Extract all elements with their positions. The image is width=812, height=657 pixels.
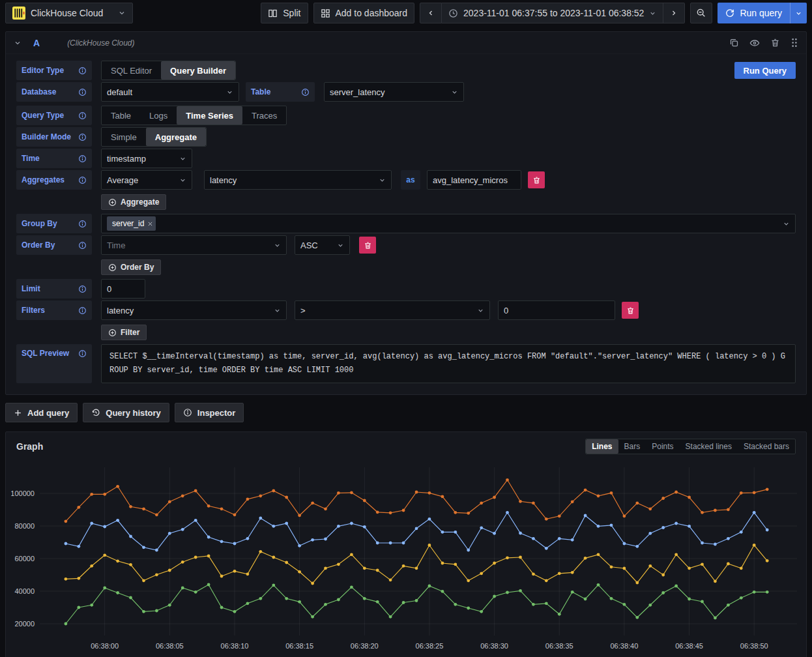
query-editor-panel: A (ClickHouse Cloud) Run Query Editor Ty…: [5, 31, 807, 395]
filter-operator-select[interactable]: >: [295, 300, 490, 320]
run-query-label: Run query: [740, 8, 782, 18]
editor-type-sql-editor[interactable]: SQL Editor: [102, 61, 161, 80]
data-point: [493, 595, 496, 598]
field-label-order-by: Order By: [16, 235, 92, 255]
add-to-dashboard-button[interactable]: Add to dashboard: [313, 3, 415, 23]
data-point: [766, 488, 769, 491]
data-point: [285, 597, 288, 600]
graph-style-lines[interactable]: Lines: [586, 439, 618, 454]
builder-mode-toggle: Simple Aggregate: [101, 127, 207, 147]
limit-input[interactable]: 0: [101, 279, 145, 299]
split-button[interactable]: Split: [261, 3, 308, 23]
remove-order-by-button[interactable]: [359, 237, 376, 254]
builder-mode-aggregate[interactable]: Aggregate: [146, 128, 206, 146]
datasource-picker[interactable]: ClickHouse Cloud: [5, 3, 133, 23]
data-point: [220, 575, 224, 578]
remove-filter-button[interactable]: [622, 302, 639, 319]
data-point: [635, 545, 639, 548]
info-icon[interactable]: [301, 88, 310, 96]
filter-column-select[interactable]: latency: [101, 300, 287, 320]
info-icon[interactable]: [78, 349, 87, 358]
x-axis-tick-label: 06:38:20: [351, 642, 379, 650]
filter-value-input[interactable]: 0: [498, 300, 615, 320]
remove-chip-icon[interactable]: [147, 221, 153, 227]
time-range-label: 2023-11-01 06:37:55 to 2023-11-01 06:38:…: [463, 8, 644, 18]
graph-style-stacked-lines[interactable]: Stacked lines: [680, 439, 738, 454]
run-query-dropdown-button[interactable]: [790, 3, 807, 23]
duplicate-query-icon[interactable]: [729, 38, 739, 48]
add-order-by-button[interactable]: Order By: [101, 259, 161, 275]
info-icon[interactable]: [78, 220, 87, 228]
info-icon[interactable]: [78, 241, 87, 250]
time-series-chart[interactable]: 2000040000600008000010000006:38:0006:38:…: [6, 457, 806, 655]
data-point: [207, 504, 210, 508]
inspector-button[interactable]: Inspector: [175, 403, 244, 422]
info-icon[interactable]: [78, 133, 87, 141]
data-point: [324, 538, 327, 541]
data-point: [246, 497, 250, 501]
info-icon[interactable]: [78, 306, 87, 315]
data-point: [311, 501, 314, 504]
zoom-out-button[interactable]: [690, 3, 712, 23]
graph-style-stacked-bars[interactable]: Stacked bars: [738, 439, 795, 454]
data-point: [597, 553, 600, 556]
info-icon[interactable]: [78, 176, 87, 184]
aggregate-function-select[interactable]: Average: [101, 170, 192, 190]
order-by-field-select[interactable]: Time: [101, 235, 287, 255]
add-aggregate-button[interactable]: Aggregate: [101, 194, 166, 210]
x-axis-tick-label: 06:38:00: [91, 642, 119, 650]
drag-handle-icon[interactable]: [790, 38, 798, 48]
run-query-split-button: Run query: [718, 3, 807, 23]
run-query-panel-button[interactable]: Run Query: [734, 62, 796, 79]
collapse-chevron-icon[interactable]: [14, 39, 22, 47]
hide-query-eye-icon[interactable]: [749, 38, 760, 48]
info-icon[interactable]: [78, 66, 87, 75]
history-icon: [91, 408, 100, 417]
data-point: [519, 589, 522, 592]
database-select[interactable]: default: [101, 82, 239, 102]
query-header[interactable]: A (ClickHouse Cloud): [6, 32, 806, 54]
data-point: [545, 547, 548, 550]
data-point: [311, 538, 314, 542]
time-shift-forward-button[interactable]: [663, 3, 685, 23]
field-label-limit: Limit: [16, 279, 92, 299]
chevron-down-icon: [477, 307, 484, 314]
editor-type-query-builder[interactable]: Query Builder: [161, 61, 235, 80]
data-point: [766, 529, 769, 532]
query-type-table[interactable]: Table: [102, 106, 140, 124]
add-query-button[interactable]: Add query: [5, 403, 78, 422]
data-point: [350, 553, 353, 556]
info-icon[interactable]: [78, 111, 87, 120]
data-point: [610, 565, 613, 568]
data-point: [467, 512, 470, 515]
data-point: [90, 604, 93, 607]
table-select[interactable]: server_latency: [324, 82, 464, 102]
query-type-traces[interactable]: Traces: [242, 106, 286, 124]
data-point: [753, 544, 756, 547]
graph-style-points[interactable]: Points: [646, 439, 679, 454]
query-type-logs[interactable]: Logs: [140, 106, 177, 124]
time-picker-group: 2023-11-01 06:37:55 to 2023-11-01 06:38:…: [420, 3, 685, 23]
info-icon[interactable]: [78, 154, 87, 163]
run-query-button[interactable]: Run query: [718, 3, 790, 23]
query-type-time-series[interactable]: Time Series: [177, 106, 242, 124]
query-datasource-name: (ClickHouse Cloud): [67, 38, 134, 48]
order-by-direction-select[interactable]: ASC: [295, 235, 350, 255]
query-history-button[interactable]: Query history: [83, 403, 169, 422]
data-point: [532, 603, 535, 606]
data-point: [480, 572, 483, 575]
add-filter-button[interactable]: Filter: [101, 325, 147, 340]
delete-query-trash-icon[interactable]: [770, 38, 780, 48]
time-range-picker[interactable]: 2023-11-01 06:37:55 to 2023-11-01 06:38:…: [442, 3, 663, 23]
time-shift-back-button[interactable]: [420, 3, 442, 23]
remove-aggregate-button[interactable]: [528, 171, 545, 188]
time-column-select[interactable]: timestamp: [101, 149, 192, 168]
builder-mode-simple[interactable]: Simple: [102, 128, 146, 146]
group-by-multiselect[interactable]: server_id: [101, 214, 796, 233]
aggregate-alias-input[interactable]: avg_latency_micros: [427, 170, 521, 190]
info-icon[interactable]: [78, 88, 87, 96]
data-point: [272, 556, 275, 559]
graph-style-bars[interactable]: Bars: [618, 439, 646, 454]
aggregate-column-select[interactable]: latency: [204, 170, 392, 190]
info-icon[interactable]: [78, 285, 87, 293]
